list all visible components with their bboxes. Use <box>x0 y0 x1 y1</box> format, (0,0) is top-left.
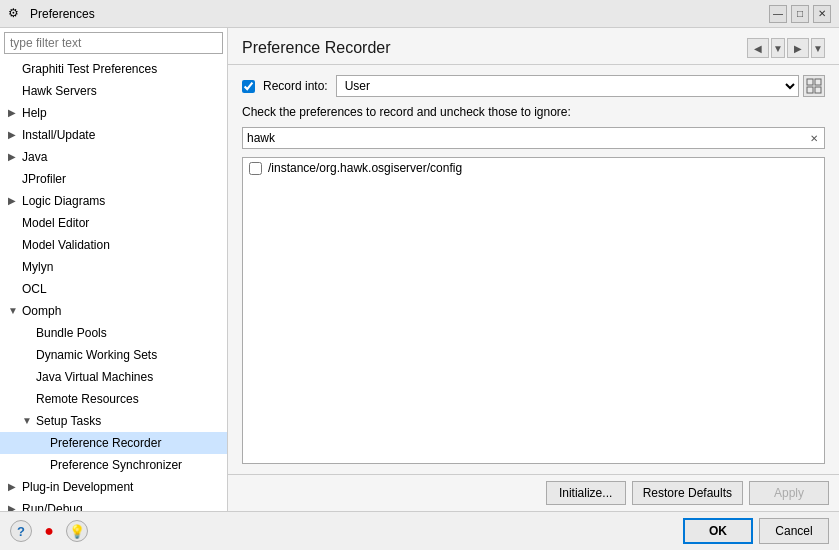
tree-item-label: Dynamic Working Sets <box>36 346 223 364</box>
window-controls: — □ ✕ <box>769 5 831 23</box>
record-button[interactable]: ● <box>38 520 60 542</box>
tree-item-label: Preference Synchronizer <box>50 456 223 474</box>
pref-path: /instance/org.hawk.osgiserver/config <box>268 161 462 175</box>
filter-input[interactable] <box>4 32 223 54</box>
tree-item-install[interactable]: ▶Install/Update <box>0 124 227 146</box>
tree-item-oomph[interactable]: ▼Oomph <box>0 300 227 322</box>
tree-item-dynamic_ws[interactable]: Dynamic Working Sets <box>0 344 227 366</box>
tree-item-model_editor[interactable]: Model Editor <box>0 212 227 234</box>
record-config-button[interactable] <box>803 75 825 97</box>
right-header: Preference Recorder ◀ ▼ ▶ ▼ <box>228 28 839 65</box>
tree-item-java[interactable]: ▶Java <box>0 146 227 168</box>
forward-dropdown-button[interactable]: ▼ <box>811 38 825 58</box>
window-title: Preferences <box>30 7 769 21</box>
tree-item-label: Oomph <box>22 302 223 320</box>
back-dropdown-button[interactable]: ▼ <box>771 38 785 58</box>
ok-button[interactable]: OK <box>683 518 753 544</box>
help-button[interactable]: ? <box>10 520 32 542</box>
record-checkbox[interactable] <box>242 80 255 93</box>
right-panel: Preference Recorder ◀ ▼ ▶ ▼ Record into:… <box>228 28 839 511</box>
tree-item-run_debug[interactable]: ▶Run/Debug <box>0 498 227 511</box>
tree-item-label: Bundle Pools <box>36 324 223 342</box>
tree-item-label: Graphiti Test Preferences <box>22 60 223 78</box>
cancel-button[interactable]: Cancel <box>759 518 829 544</box>
close-button[interactable]: ✕ <box>813 5 831 23</box>
dialog-footer: ? ● 💡 OK Cancel <box>0 511 839 550</box>
tree-item-label: Java <box>22 148 223 166</box>
minimize-button[interactable]: — <box>769 5 787 23</box>
tree-item-jprofiler[interactable]: JProfiler <box>0 168 227 190</box>
svg-rect-3 <box>815 87 821 93</box>
titlebar: ⚙ Preferences — □ ✕ <box>0 0 839 28</box>
tree-item-hawk[interactable]: Hawk Servers <box>0 80 227 102</box>
pref-checkbox[interactable] <box>249 162 262 175</box>
tree-item-label: Logic Diagrams <box>22 192 223 210</box>
restore-defaults-button[interactable]: Restore Defaults <box>632 481 743 505</box>
tree-area: Graphiti Test PreferencesHawk Servers▶He… <box>0 58 227 511</box>
tree-item-model_val[interactable]: Model Validation <box>0 234 227 256</box>
hints-button[interactable]: 💡 <box>66 520 88 542</box>
search-clear-button[interactable]: ✕ <box>804 128 824 148</box>
footer-right: OK Cancel <box>683 518 829 544</box>
app-icon: ⚙ <box>8 6 24 22</box>
tree-item-label: Mylyn <box>22 258 223 276</box>
footer-left: ? ● 💡 <box>10 520 88 542</box>
initialize-button[interactable]: Initialize... <box>546 481 626 505</box>
tree-item-label: Setup Tasks <box>36 412 223 430</box>
right-content: Record into: User C <box>228 65 839 474</box>
tree-item-bundle_pools[interactable]: Bundle Pools <box>0 322 227 344</box>
tree-arrow: ▶ <box>8 478 22 496</box>
pref-list: /instance/org.hawk.osgiserver/config <box>242 157 825 464</box>
tree-item-label: OCL <box>22 280 223 298</box>
tree-item-label: Install/Update <box>22 126 223 144</box>
search-input[interactable] <box>243 131 804 145</box>
record-row: Record into: User <box>242 75 825 97</box>
tree-arrow: ▶ <box>8 104 22 122</box>
svg-rect-2 <box>807 87 813 93</box>
tree-item-logic[interactable]: ▶Logic Diagrams <box>0 190 227 212</box>
tree-item-label: Model Validation <box>22 236 223 254</box>
tree-item-label: Run/Debug <box>22 500 223 511</box>
tree-item-mylyn[interactable]: Mylyn <box>0 256 227 278</box>
bottom-bar: Initialize... Restore Defaults Apply <box>228 474 839 511</box>
tree-item-pref_recorder[interactable]: Preference Recorder <box>0 432 227 454</box>
maximize-button[interactable]: □ <box>791 5 809 23</box>
tree-item-help[interactable]: ▶Help <box>0 102 227 124</box>
back-button[interactable]: ◀ <box>747 38 769 58</box>
tree-arrow: ▼ <box>22 412 36 430</box>
forward-button[interactable]: ▶ <box>787 38 809 58</box>
tree-item-label: Java Virtual Machines <box>36 368 223 386</box>
check-instruction: Check the preferences to record and unch… <box>242 105 825 119</box>
tree-item-plug_in_dev[interactable]: ▶Plug-in Development <box>0 476 227 498</box>
svg-rect-0 <box>807 79 813 85</box>
tree-item-label: JProfiler <box>22 170 223 188</box>
tree-item-ocl[interactable]: OCL <box>0 278 227 300</box>
tree-arrow: ▶ <box>8 148 22 166</box>
left-panel: Graphiti Test PreferencesHawk Servers▶He… <box>0 28 228 511</box>
pref-item[interactable]: /instance/org.hawk.osgiserver/config <box>243 158 824 178</box>
tree-item-graphiti[interactable]: Graphiti Test Preferences <box>0 58 227 80</box>
nav-controls: ◀ ▼ ▶ ▼ <box>747 38 825 58</box>
record-select[interactable]: User <box>336 75 799 97</box>
tree-item-label: Preference Recorder <box>50 434 223 452</box>
record-label: Record into: <box>263 79 328 93</box>
tree-item-label: Hawk Servers <box>22 82 223 100</box>
section-title: Preference Recorder <box>242 39 391 57</box>
search-row: ✕ <box>242 127 825 149</box>
tree-arrow: ▶ <box>8 126 22 144</box>
tree-item-remote_res[interactable]: Remote Resources <box>0 388 227 410</box>
tree-item-setup_tasks[interactable]: ▼Setup Tasks <box>0 410 227 432</box>
apply-button[interactable]: Apply <box>749 481 829 505</box>
record-select-container: User <box>336 75 825 97</box>
tree-item-label: Help <box>22 104 223 122</box>
tree-arrow: ▶ <box>8 500 22 511</box>
tree-item-label: Plug-in Development <box>22 478 223 496</box>
tree-arrow: ▶ <box>8 192 22 210</box>
config-icon <box>806 78 822 94</box>
tree-item-label: Model Editor <box>22 214 223 232</box>
tree-arrow: ▼ <box>8 302 22 320</box>
dialog-body: Graphiti Test PreferencesHawk Servers▶He… <box>0 28 839 511</box>
tree-item-pref_sync[interactable]: Preference Synchronizer <box>0 454 227 476</box>
tree-item-java_vm[interactable]: Java Virtual Machines <box>0 366 227 388</box>
svg-rect-1 <box>815 79 821 85</box>
